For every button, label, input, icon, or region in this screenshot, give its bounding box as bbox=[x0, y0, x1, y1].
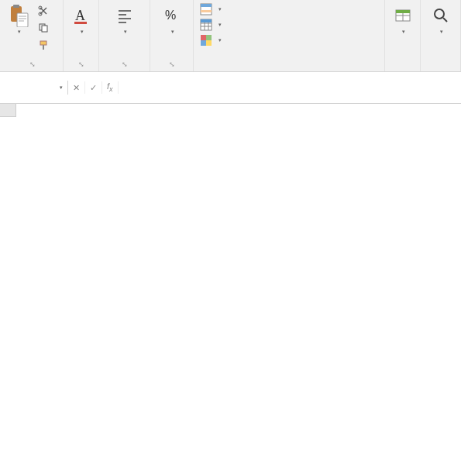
format-as-table-button[interactable]: ▾ bbox=[197, 17, 381, 33]
cells-button[interactable]: ▾ bbox=[387, 2, 418, 36]
svg-rect-14 bbox=[201, 10, 212, 12]
svg-rect-1 bbox=[13, 5, 19, 8]
group-styles: ▾ ▾ ▾ bbox=[194, 0, 385, 71]
svg-rect-19 bbox=[201, 40, 206, 46]
svg-rect-10 bbox=[74, 22, 87, 24]
chevron-down-icon: ▾ bbox=[81, 29, 84, 35]
dialog-launcher-icon[interactable]: ⤡ bbox=[122, 60, 128, 68]
select-all-corner[interactable] bbox=[0, 104, 16, 117]
spreadsheet-grid bbox=[0, 104, 461, 117]
svg-text:%: % bbox=[165, 9, 176, 22]
svg-rect-16 bbox=[201, 19, 212, 22]
editing-button[interactable]: ▾ bbox=[425, 2, 456, 36]
group-cells: ▾ bbox=[385, 0, 421, 71]
chevron-down-icon: ▾ bbox=[60, 85, 63, 91]
svg-rect-7 bbox=[40, 41, 46, 45]
dialog-launcher-icon[interactable]: ⤡ bbox=[169, 60, 175, 68]
dialog-launcher-icon[interactable]: ⤡ bbox=[29, 60, 36, 68]
group-number: % ▾ ⤡ bbox=[150, 0, 194, 71]
cell-styles-button[interactable]: ▾ bbox=[197, 33, 381, 48]
name-box[interactable]: ▾ bbox=[0, 81, 68, 95]
svg-rect-6 bbox=[42, 26, 47, 32]
svg-rect-17 bbox=[201, 35, 206, 40]
chevron-down-icon: ▾ bbox=[440, 29, 443, 35]
chevron-down-icon: ▾ bbox=[18, 29, 21, 35]
alignment-button[interactable]: ▾ bbox=[109, 2, 140, 36]
paste-button[interactable]: ▾ bbox=[3, 2, 34, 36]
chevron-down-icon: ▾ bbox=[218, 37, 222, 43]
alignment-icon bbox=[112, 3, 137, 28]
svg-rect-22 bbox=[396, 10, 410, 13]
svg-text:A: A bbox=[75, 8, 85, 23]
group-clipboard: ▾ ⤡ bbox=[0, 0, 64, 71]
font-icon: A bbox=[69, 3, 94, 28]
group-editing: ▾ bbox=[421, 0, 461, 71]
fx-button[interactable]: fx bbox=[102, 81, 119, 93]
number-button[interactable]: % ▾ bbox=[157, 2, 187, 36]
copy-button[interactable] bbox=[36, 20, 51, 36]
cells-icon bbox=[390, 3, 415, 28]
chevron-down-icon: ▾ bbox=[124, 29, 127, 35]
group-alignment: ▾ ⤡ bbox=[99, 0, 150, 71]
cut-button[interactable] bbox=[36, 3, 51, 19]
chevron-down-icon: ▾ bbox=[402, 29, 405, 35]
svg-rect-2 bbox=[17, 13, 28, 27]
chevron-down-icon: ▾ bbox=[171, 29, 174, 35]
search-icon bbox=[428, 3, 453, 28]
percent-icon: % bbox=[160, 3, 184, 28]
svg-rect-8 bbox=[43, 45, 44, 50]
svg-point-23 bbox=[435, 9, 444, 19]
cell-styles-icon bbox=[200, 34, 212, 47]
font-button[interactable]: A ▾ bbox=[66, 2, 97, 36]
formula-input[interactable] bbox=[119, 81, 128, 93]
format-painter-button[interactable] bbox=[36, 37, 51, 53]
svg-rect-18 bbox=[206, 35, 212, 40]
formula-bar: ▾ ✕ ✓ fx bbox=[0, 72, 461, 104]
svg-rect-20 bbox=[206, 40, 212, 46]
group-font: A ▾ ⤡ bbox=[64, 0, 99, 71]
ribbon: ▾ ⤡ A ▾ ⤡ ▾ ⤡ bbox=[0, 0, 461, 72]
svg-rect-13 bbox=[201, 4, 212, 7]
chevron-down-icon: ▾ bbox=[218, 6, 222, 12]
chevron-down-icon: ▾ bbox=[218, 22, 222, 28]
dialog-launcher-icon[interactable]: ⤡ bbox=[78, 60, 84, 68]
enter-formula-button[interactable]: ✓ bbox=[85, 81, 102, 93]
cancel-formula-button[interactable]: ✕ bbox=[68, 81, 85, 93]
conditional-formatting-button[interactable]: ▾ bbox=[197, 2, 381, 17]
conditional-formatting-icon bbox=[200, 3, 212, 16]
paste-icon bbox=[6, 3, 31, 28]
table-icon bbox=[200, 19, 212, 31]
